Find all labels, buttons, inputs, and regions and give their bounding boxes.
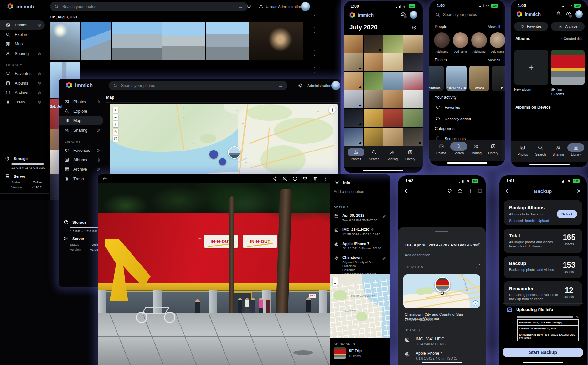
user-avatar[interactable] [331, 81, 340, 90]
filter-chip[interactable]: Favorites [514, 22, 548, 31]
place-card[interactable]: Chinatown [429, 66, 444, 91]
sidebar-item[interactable]: Explore [59, 106, 103, 116]
edit-date-button[interactable] [382, 214, 386, 220]
tab-item[interactable]: Sharing [549, 143, 567, 162]
activity-item[interactable]: Favorites [429, 102, 505, 113]
map-photo-marker[interactable] [228, 146, 240, 159]
detail-sheet[interactable]: Tue, Apr 30, 2019 • 6:07 PM GMT-07:00 Ad… [398, 227, 486, 365]
tab-item[interactable]: Photos [514, 143, 532, 162]
sidebar-item[interactable]: Archive [59, 165, 103, 174]
info-icon[interactable] [38, 52, 41, 56]
person-avatar[interactable] [471, 32, 487, 48]
person-avatar[interactable] [490, 32, 505, 48]
edit-location-button[interactable] [476, 263, 480, 269]
person-item[interactable]: Add name [490, 32, 505, 53]
user-avatar[interactable] [575, 10, 583, 18]
start-backup-button[interactable]: Start Backup [503, 348, 583, 357]
add-name-label[interactable]: Add name [453, 50, 468, 53]
album-card[interactable] [551, 50, 585, 85]
info-icon[interactable] [38, 23, 41, 27]
info-button[interactable] [292, 176, 298, 182]
immich-logo[interactable]: immich [7, 3, 34, 10]
photo-thumbnail[interactable] [383, 90, 403, 108]
location-map-thumbnail[interactable]: FISHERMAN'S WHARF Beach Street +− [330, 274, 390, 338]
compass-button[interactable] [113, 121, 118, 127]
user-avatar[interactable] [410, 11, 417, 19]
sidebar-item[interactable]: Favorites [59, 146, 103, 155]
search-input[interactable]: Search your photos [434, 10, 501, 20]
photo-thumbnail[interactable] [403, 72, 423, 90]
administration-link[interactable]: Administration [278, 5, 302, 8]
share-button[interactable] [272, 176, 277, 182]
user-avatar[interactable] [301, 2, 310, 11]
person-item[interactable]: Add name [434, 32, 450, 53]
photo-thumbnail[interactable] [206, 22, 249, 60]
photo-thumbnail[interactable] [344, 72, 363, 90]
add-name-label[interactable]: Add name [471, 50, 487, 53]
sidebar-item[interactable]: Albums [0, 78, 45, 88]
photo-thumbnail[interactable] [344, 35, 363, 53]
photo-thumbnail[interactable] [403, 128, 423, 146]
view-all-link[interactable]: View all [488, 58, 500, 62]
tab-item[interactable]: Photos [347, 148, 365, 167]
zoom-button[interactable] [282, 176, 287, 182]
backup-settings-button[interactable] [576, 188, 581, 195]
photo-thumbnail[interactable] [249, 22, 303, 60]
photo-thumbnail[interactable] [403, 90, 423, 108]
info-button[interactable] [477, 188, 483, 195]
select-albums-button[interactable]: Select [557, 210, 577, 218]
info-icon[interactable] [96, 158, 100, 162]
photo-thumbnail[interactable] [364, 90, 383, 108]
map-cluster-marker[interactable] [209, 150, 218, 159]
view-all-link[interactable]: View all [488, 25, 500, 29]
tab-item[interactable]: Sharing [383, 148, 401, 167]
tab-item[interactable]: Search [450, 142, 467, 161]
search-input[interactable]: Search your photos [109, 81, 287, 90]
search-filter-icon[interactable] [278, 83, 283, 88]
info-icon[interactable] [38, 100, 41, 104]
album-name[interactable]: SF Trip [551, 87, 562, 91]
sidebar-item[interactable]: Photos [0, 20, 45, 30]
person-avatar[interactable] [453, 32, 468, 48]
zoom-out-button[interactable]: − [113, 114, 118, 120]
back-button[interactable] [102, 176, 107, 182]
info-icon[interactable] [38, 81, 41, 85]
info-icon[interactable] [371, 228, 374, 231]
more-menu-button[interactable] [323, 176, 328, 182]
photo-canvas[interactable]: 333 IN-N-OUT IN-N-OUT $18.79 [98, 183, 330, 365]
trash-button[interactable] [556, 11, 561, 18]
album-name[interactable]: SF Trip [349, 349, 362, 353]
favorite-button[interactable] [447, 188, 452, 195]
tab-item[interactable]: Library [485, 142, 502, 161]
photo-thumbnail[interactable] [403, 109, 423, 127]
add-to-button[interactable] [468, 188, 473, 195]
filter-chip[interactable]: Archive [551, 22, 585, 31]
album-thumbnail[interactable] [334, 347, 346, 359]
photo-thumbnail[interactable] [383, 128, 403, 146]
map-photo-marker[interactable] [435, 277, 450, 293]
person-avatar[interactable] [434, 32, 450, 48]
new-album-button[interactable]: + [514, 50, 548, 85]
sidebar-item[interactable]: Trash [0, 97, 45, 107]
favorite-button[interactable] [302, 176, 308, 182]
photo-thumbnail[interactable] [81, 22, 111, 60]
photo-thumbnail[interactable] [383, 35, 403, 53]
person-item[interactable]: Add name [471, 32, 487, 53]
person-item[interactable]: Add name [453, 32, 468, 53]
fullscreen-button[interactable] [113, 136, 118, 142]
add-name-label[interactable]: Add name [434, 50, 450, 53]
back-button[interactable] [403, 188, 409, 195]
map-zoom-controls[interactable]: +− [333, 277, 338, 286]
map-settings-button[interactable] [329, 106, 336, 114]
tab-item[interactable]: Library [401, 148, 420, 167]
photo-thumbnail[interactable] [364, 53, 383, 71]
tab-item[interactable]: Sharing [467, 142, 485, 161]
theme-toggle-button[interactable] [298, 83, 303, 88]
photo-thumbnail[interactable] [344, 128, 363, 146]
info-icon[interactable] [96, 100, 100, 104]
photo-thumbnail[interactable] [364, 35, 383, 53]
tab-item[interactable]: Library [567, 143, 585, 162]
backup-cloud-button[interactable] [566, 11, 571, 18]
close-info-button[interactable] [334, 180, 340, 187]
map-cluster-marker[interactable] [219, 158, 226, 165]
